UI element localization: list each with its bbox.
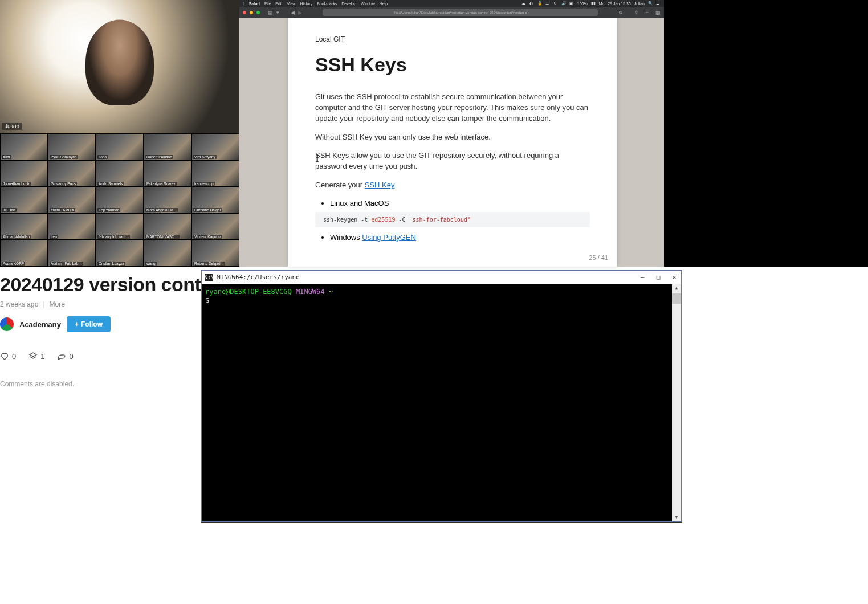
share-icon[interactable]: ⇪ [634,10,639,15]
participant-tile[interactable]: francesco p [191,160,239,187]
terminal-scrollbar[interactable]: ▲ ▼ [672,284,681,521]
scroll-thumb[interactable] [672,293,681,304]
tab-group-icon[interactable]: ▾ [276,10,279,15]
participant-name: Robert Paluson [145,155,173,159]
terminal-window: C:\ MINGW64:/c/Users/ryane — □ ✕ ryane@D… [201,270,682,522]
clock-text[interactable]: Mon 29 Jan 15:30 [599,2,631,6]
reload-icon[interactable]: ↻ [618,10,623,15]
new-tab-icon[interactable]: + [646,10,649,15]
layers-stat[interactable]: 1 [28,352,44,361]
battery-text: 100% [577,2,588,6]
minimize-button[interactable]: — [639,274,646,281]
shield-icon[interactable]: ◐ [529,1,534,6]
text-cursor-icon: I [315,150,319,165]
participant-tile[interactable]: Roberto Delgad… [191,240,239,267]
participant-tile[interactable]: Vincent Kagubu [191,213,239,240]
comments-stat[interactable]: 0 [57,352,73,361]
participant-name: Cristian Loayza [97,262,125,266]
participant-tile[interactable]: Adrian - Fab Lab… [48,240,96,267]
close-button[interactable]: ✕ [671,274,678,281]
scroll-up-icon[interactable]: ▲ [672,284,681,292]
tabs-overview-icon[interactable]: ▦ [655,10,661,15]
terminal-titlebar[interactable]: C:\ MINGW64:/c/Users/ryane — □ ✕ [202,271,681,284]
participant-name: Vira Sofyany [193,155,217,159]
menubar-app-name[interactable]: Safari [249,2,260,6]
participant-tile[interactable]: Vira Sofyany [191,133,239,160]
participant-name: Leo [50,235,58,239]
participant-tile[interactable]: Mara Angela Ho… [144,187,191,214]
zoom-icon[interactable] [256,11,260,14]
puttygen-link[interactable]: Using PuttyGEN [362,233,416,242]
maximize-button[interactable]: □ [655,274,662,281]
speaker-name-tag: Julian [2,123,22,130]
sidebar-toggle-icon[interactable]: ▤ [268,10,273,15]
terminal-body[interactable]: ryane@DESKTOP-EE8VCGQ MINGW64 ~ $ ▲ ▼ [202,284,681,521]
address-bar[interactable]: file:///Users/julian/Sites/fabfoundation… [323,9,598,16]
participant-tile[interactable]: Christine Daigel [191,187,239,214]
participant-tile[interactable]: Acura KORP [0,240,48,267]
menubar-item-develop[interactable]: Develop [341,2,356,6]
apple-menu-icon[interactable]:  [243,2,244,6]
follow-button[interactable]: + Follow [67,316,111,332]
participant-tile[interactable]: Andri Samuels [96,160,144,187]
menubar-item-view[interactable]: View [287,2,295,6]
author-name[interactable]: Academany [19,320,61,329]
slide-list-linux: Linux and MacOS [330,199,590,207]
participant-name: Acura KORP [2,262,25,266]
participant-tile[interactable]: Ilona [96,133,144,160]
more-link[interactable]: More [50,300,65,308]
participant-tile[interactable]: Allar [0,133,48,160]
scroll-down-icon[interactable]: ▼ [672,513,681,521]
participant-tile[interactable]: MARTONI VASQ… [144,213,191,240]
participant-tile[interactable]: Yuchi TAMIYA [48,187,96,214]
back-button[interactable]: ◀ [291,10,295,15]
main-speaker-video[interactable]: Julian [0,0,239,133]
participant-tile[interactable]: Ahmad Abdallah [0,213,48,240]
lock-icon[interactable]: 🔒 [537,1,542,6]
participant-name: Koji Yamada [97,208,120,212]
mac-menubar[interactable]:  Safari FileEditViewHistoryBookmarksDev… [239,0,664,7]
display-icon[interactable]: ▣ [569,1,574,6]
minimize-icon[interactable] [250,11,253,14]
menubar-item-bookmarks[interactable]: Bookmarks [317,2,337,6]
plus-icon: + [75,320,79,328]
participant-tile[interactable]: Giovanny Paris [48,160,96,187]
spotlight-icon[interactable]: 🔍 [648,1,653,6]
control-center-icon[interactable]: ≣ [656,1,661,6]
slide-paragraph-1: Git uses the SSH protocol to establish s… [315,92,590,124]
participant-tile[interactable]: Leo [48,213,96,240]
participant-tile[interactable]: Pyou Soukayna [48,133,96,160]
participant-tile[interactable]: JH Hart [0,187,48,214]
forward-button[interactable]: ▶ [298,10,302,15]
participant-tile[interactable]: wang [144,240,191,267]
menubar-user[interactable]: Julian [634,2,645,6]
menubar-item-window[interactable]: Window [361,2,375,6]
close-icon[interactable] [243,11,246,14]
participant-tile[interactable]: Robert Paluson [144,133,191,160]
battery-icon[interactable]: ▮▮ [591,1,596,6]
participant-name: Christine Daigel [193,208,222,212]
wifi-icon[interactable]: ☰ [545,1,550,6]
participant-tile[interactable]: Koji Yamada [96,187,144,214]
menubar-item-history[interactable]: History [300,2,312,6]
participant-tile[interactable]: Eskarlyna Suarez [144,160,191,187]
ssh-key-link[interactable]: SSH Key [365,181,395,189]
menubar-item-help[interactable]: Help [380,2,388,6]
participant-name: MARTONI VASQ… [145,235,180,239]
sync-icon[interactable]: ↻ [553,1,558,6]
status-icon[interactable]: ☁ [521,1,526,6]
avatar[interactable] [0,317,14,331]
participant-name: fab laky lub sam… [97,235,130,239]
menubar-item-edit[interactable]: Edit [275,2,282,6]
participant-name: Ahmad Abdallah [2,235,31,239]
menubar-item-file[interactable]: File [264,2,271,6]
participant-tile[interactable]: fab laky lub sam… [96,213,144,240]
participant-tile[interactable]: Johnathan Lubin [0,160,48,187]
participant-tile[interactable]: Cristian Loayza [96,240,144,267]
participant-name: Roberto Delgad… [193,262,225,266]
volume-icon[interactable]: 🔊 [561,1,566,6]
heart-icon [0,352,9,361]
likes-stat[interactable]: 0 [0,352,16,361]
participant-name: Vincent Kagubu [193,235,222,239]
slide-breadcrumb: Local GIT [315,35,590,43]
